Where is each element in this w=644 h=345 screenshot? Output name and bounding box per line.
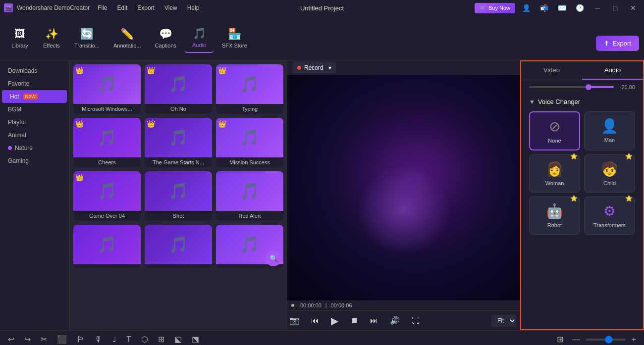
tab-video[interactable]: Video: [521, 61, 582, 80]
audio-card-6[interactable]: 👑 🎵 Mission Success: [216, 118, 283, 167]
tab-audio[interactable]: Audio: [582, 61, 643, 80]
audio-card-11[interactable]: 🎵: [145, 225, 212, 268]
record-audio-button[interactable]: 🎙: [92, 334, 106, 345]
music-icon-4: 🎵: [97, 128, 117, 147]
zoom-out-button[interactable]: —: [569, 334, 583, 345]
toolbar-sfxstore[interactable]: 🏪 SFX Store: [216, 24, 253, 52]
zoom-in-button[interactable]: +: [629, 334, 639, 345]
split-button[interactable]: ✂: [38, 333, 50, 345]
preview-video: [287, 75, 520, 300]
titlebar-right: 🛒 Buy Now 👤 📬 ✉️ 🕐 ─ □ ✕: [475, 2, 640, 13]
record-button[interactable]: Record ▾: [292, 62, 336, 73]
volume-button[interactable]: 🔊: [388, 314, 402, 327]
toolbar-effects[interactable]: ✨ Effects: [37, 24, 66, 52]
fast-forward-button[interactable]: ⏭: [368, 314, 380, 327]
sidebar-item-favorite[interactable]: Favorite: [0, 77, 69, 90]
preview-controls: 📷 ⏮ ▶ ⏹ ⏭ 🔊 ⛶ Fit: [287, 310, 520, 330]
sidebar-item-bgm[interactable]: BGM: [0, 103, 69, 116]
rewind-button[interactable]: ⏮: [309, 314, 321, 327]
zoom-slider-row: [586, 339, 626, 341]
audio-card-8[interactable]: 🎵 Shot: [145, 171, 212, 221]
minimize-button[interactable]: ─: [590, 2, 604, 13]
voice-card-woman[interactable]: ⭐ 👩 Woman: [529, 154, 580, 193]
export-button[interactable]: ⬆ Export: [596, 36, 639, 51]
sidebar-item-nature[interactable]: Nature: [0, 142, 69, 154]
audio-card-7[interactable]: 👑 🎵 Game Over 04: [73, 171, 141, 221]
zoom-slider[interactable]: [586, 339, 626, 341]
audio-card-5[interactable]: 👑 🎵 The Game Starts N...: [145, 118, 212, 167]
voice-card-transformers[interactable]: ⭐ ⚙ Transformers: [584, 197, 635, 235]
fullscreen-button[interactable]: ⛶: [410, 314, 422, 327]
left-sidebar: Downloads Favorite Hot NEW BGM Playful A…: [0, 60, 69, 330]
volume-slider-thumb[interactable]: [586, 84, 591, 90]
sidebar-item-animal[interactable]: Animal: [0, 129, 69, 142]
time-separator: |: [325, 302, 327, 308]
voice-card-man[interactable]: 👤 Man: [584, 111, 635, 150]
audio-card-4[interactable]: 👑 🎵 Cheers: [73, 118, 141, 167]
hot-label: Hot: [10, 93, 19, 100]
audio-card-1[interactable]: 👑 🎵 Microsoft Windows...: [73, 64, 141, 114]
transformers-label: Transformers: [593, 222, 626, 228]
audio-card-2[interactable]: 👑 🎵 Oh No: [145, 64, 212, 114]
crown-icon-4: 👑: [75, 120, 84, 128]
audio-card-9[interactable]: 🎵 Red Alert: [216, 171, 283, 221]
trim-button[interactable]: ⬛: [54, 333, 70, 345]
maximize-button[interactable]: □: [608, 2, 622, 13]
collapse-arrow-icon[interactable]: ▼: [529, 99, 535, 105]
buy-now-button[interactable]: 🛒 Buy Now: [475, 3, 515, 13]
search-overlay-button[interactable]: 🔍: [266, 250, 281, 266]
annotations-icon: ✏️: [120, 28, 134, 41]
close-button[interactable]: ✕: [626, 2, 640, 13]
menu-view[interactable]: View: [161, 3, 181, 12]
audio-label-4: Cheers: [73, 157, 141, 167]
toolbar-transitions[interactable]: 🔄 Transitio...: [68, 24, 106, 52]
project-title: Untitled Project: [300, 4, 344, 12]
sidebar-item-hot[interactable]: Hot NEW: [2, 90, 67, 103]
volume-slider-track[interactable]: [529, 86, 614, 88]
audio-card-10[interactable]: 🎵: [73, 225, 141, 268]
motion-button[interactable]: ⬡: [138, 333, 151, 345]
screenshot-capture-button[interactable]: 📷: [287, 314, 301, 327]
menu-export[interactable]: Export: [133, 3, 159, 12]
undo-button[interactable]: ↩: [5, 333, 17, 345]
user-icon[interactable]: 👤: [519, 2, 533, 13]
toolbar-library[interactable]: 🖼 Library: [5, 24, 35, 52]
voice-card-child[interactable]: ⭐ 🧒 Child: [584, 154, 635, 193]
audio-card-12[interactable]: 🎵 🔍: [216, 225, 283, 268]
fit-dropdown[interactable]: Fit: [491, 315, 516, 327]
play-button[interactable]: ▶: [329, 313, 340, 329]
timeline-expand-button[interactable]: ⊞: [554, 333, 566, 345]
sidebar-item-gaming[interactable]: Gaming: [0, 154, 69, 167]
voice-card-robot[interactable]: ⭐ 🤖 Robot: [529, 197, 580, 235]
stop-button[interactable]: ⏹: [348, 314, 360, 327]
toolbar-audio[interactable]: 🎵 Audio: [184, 23, 214, 53]
toolbar-annotations[interactable]: ✏️ Annotatio...: [107, 24, 147, 52]
titlebar-menu: File Edit Export View Help: [94, 3, 203, 12]
sidebar-item-downloads[interactable]: Downloads: [0, 64, 69, 77]
child-premium-icon: ⭐: [625, 153, 633, 160]
menu-file[interactable]: File: [94, 3, 111, 12]
beat-button[interactable]: ♩: [109, 333, 119, 345]
ungroup-button[interactable]: ⬔: [189, 333, 202, 345]
group-button[interactable]: ⬕: [171, 333, 185, 345]
menu-edit[interactable]: Edit: [113, 3, 132, 12]
redo-button[interactable]: ↪: [21, 333, 34, 345]
notifications-icon[interactable]: 📬: [537, 2, 551, 13]
woman-label: Woman: [545, 180, 564, 186]
sfxstore-label: SFX Store: [222, 43, 247, 49]
sidebar-item-playful[interactable]: Playful: [0, 116, 69, 129]
voice-card-none[interactable]: ⊘ None: [529, 111, 580, 150]
crop-button[interactable]: ⊞: [155, 333, 167, 345]
messages-icon[interactable]: ✉️: [555, 2, 569, 13]
downloads-label: Downloads: [8, 67, 37, 74]
menu-help[interactable]: Help: [183, 3, 204, 12]
text-button[interactable]: T: [123, 334, 134, 345]
clock-icon[interactable]: 🕐: [573, 2, 587, 13]
captions-label: Captions: [155, 43, 176, 49]
child-label: Child: [603, 180, 616, 186]
audio-card-3[interactable]: 👑 🎵 Typing: [216, 64, 283, 114]
robot-icon: 🤖: [546, 203, 563, 219]
audio-thumb-11: 🎵: [145, 225, 212, 264]
marker-button[interactable]: 🏳: [74, 334, 88, 345]
toolbar-captions[interactable]: 💬 Captions: [149, 24, 182, 52]
